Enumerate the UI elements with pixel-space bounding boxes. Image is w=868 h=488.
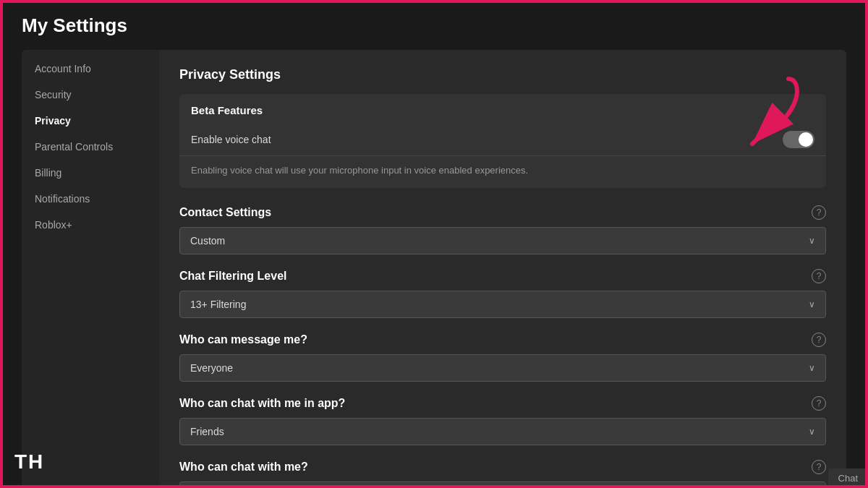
who-message-dropdown-wrapper: Everyone ∨ — [179, 354, 826, 382]
chat-filtering-heading: Chat Filtering Level — [179, 270, 286, 283]
contact-settings-header: Contact Settings ? — [179, 205, 826, 220]
who-chat-app-dropdown[interactable]: Friends ∨ — [179, 418, 826, 445]
who-chat-app-chevron: ∨ — [809, 427, 815, 437]
sidebar: Account Info Security Privacy Parental C… — [22, 50, 159, 488]
contact-settings-dropdown[interactable]: Custom ∨ — [179, 227, 826, 254]
privacy-settings-title: Privacy Settings — [179, 67, 826, 82]
who-chat-header: Who can chat with me? ? — [179, 460, 826, 474]
sidebar-item-account-info[interactable]: Account Info — [22, 56, 159, 82]
chat-filtering-dropdown[interactable]: 13+ Filtering ∨ — [179, 291, 826, 318]
sidebar-item-privacy[interactable]: Privacy — [22, 108, 159, 134]
who-message-dropdown[interactable]: Everyone ∨ — [179, 354, 826, 382]
chat-filtering-header: Chat Filtering Level ? — [179, 269, 826, 283]
content-area: Account Info Security Privacy Parental C… — [22, 50, 846, 488]
sidebar-item-roblox-plus[interactable]: Roblox+ — [22, 212, 159, 238]
page-title: My Settings — [22, 14, 846, 37]
contact-settings-help-icon[interactable]: ? — [812, 205, 826, 220]
chat-filtering-help-icon[interactable]: ? — [812, 269, 826, 283]
chat-filtering-section: Chat Filtering Level ? 13+ Filtering ∨ — [179, 269, 826, 318]
voice-chat-toggle[interactable] — [783, 131, 814, 148]
sidebar-item-parental-controls[interactable]: Parental Controls — [22, 134, 159, 160]
who-message-header: Who can message me? ? — [179, 333, 826, 347]
sidebar-item-security[interactable]: Security — [22, 82, 159, 108]
chat-filtering-value: 13+ Filtering — [190, 299, 246, 310]
who-chat-section: Who can chat with me? ? Everyone ∨ — [179, 460, 826, 489]
chat-badge[interactable]: Chat — [828, 468, 868, 488]
contact-settings-chevron: ∨ — [809, 236, 815, 246]
chat-filtering-dropdown-wrapper: 13+ Filtering ∨ — [179, 291, 826, 318]
who-message-value: Everyone — [190, 362, 233, 374]
who-chat-app-section: Who can chat with me in app? ? Friends ∨ — [179, 396, 826, 445]
who-chat-app-header: Who can chat with me in app? ? — [179, 396, 826, 411]
who-message-chevron: ∨ — [809, 363, 815, 373]
beta-features-title: Beta Features — [179, 94, 826, 124]
who-chat-app-help-icon[interactable]: ? — [812, 396, 826, 411]
contact-settings-dropdown-wrapper: Custom ∨ — [179, 227, 826, 254]
who-chat-app-value: Friends — [190, 426, 224, 437]
sidebar-item-notifications[interactable]: Notifications — [22, 186, 159, 212]
beta-features-card: Beta Features Enable voice chat Enabling… — [179, 94, 826, 188]
who-chat-heading: Who can chat with me? — [179, 461, 308, 474]
who-message-help-icon[interactable]: ? — [812, 333, 826, 347]
who-chat-help-icon[interactable]: ? — [812, 460, 826, 474]
beta-description: Enabling voice chat will use your microp… — [179, 156, 826, 188]
who-chat-app-heading: Who can chat with me in app? — [179, 397, 345, 410]
sidebar-item-billing[interactable]: Billing — [22, 160, 159, 186]
chat-filtering-chevron: ∨ — [809, 299, 815, 309]
who-chat-dropdown[interactable]: Everyone ∨ — [179, 481, 826, 489]
contact-settings-value: Custom — [190, 235, 225, 247]
voice-chat-label: Enable voice chat — [191, 134, 271, 145]
page-wrapper: My Settings Account Info Security Privac… — [0, 0, 868, 488]
who-message-heading: Who can message me? — [179, 333, 307, 346]
watermark: TH — [14, 450, 44, 474]
voice-chat-toggle-row: Enable voice chat — [179, 124, 826, 156]
who-chat-dropdown-wrapper: Everyone ∨ — [179, 481, 826, 489]
contact-settings-section: Contact Settings ? Custom ∨ — [179, 205, 826, 254]
who-message-section: Who can message me? ? Everyone ∨ — [179, 333, 826, 382]
who-chat-app-dropdown-wrapper: Friends ∨ — [179, 418, 826, 445]
main-content: Privacy Settings Beta Features Enable vo… — [159, 50, 846, 488]
contact-settings-heading: Contact Settings — [179, 206, 271, 219]
